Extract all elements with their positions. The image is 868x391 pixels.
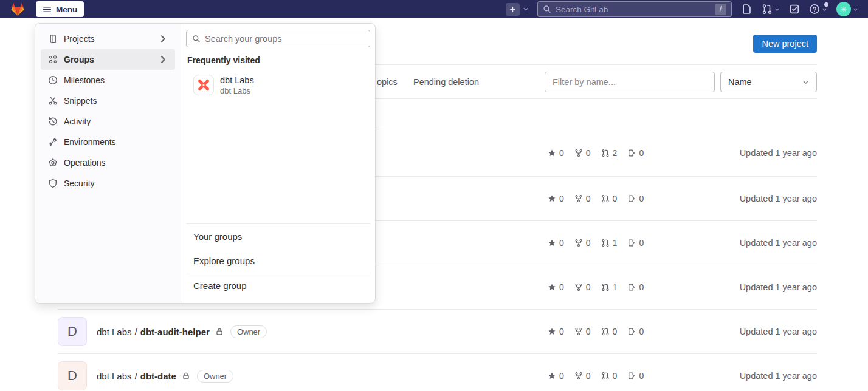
fork-icon	[574, 149, 583, 157]
fork-icon	[574, 239, 583, 247]
star-count[interactable]: 0	[548, 238, 564, 248]
issue-count[interactable]: 0	[627, 282, 644, 292]
menu-item-snippets[interactable]: Snippets	[41, 90, 175, 111]
star-count[interactable]: 0	[548, 371, 564, 381]
groups-search-input[interactable]	[205, 34, 364, 44]
table-row[interactable]: D dbt Labs / dbt-audit-helper Owner 0 0 …	[58, 309, 817, 353]
menu-item-milestones[interactable]: Milestones	[41, 70, 175, 90]
role-badge: Owner	[230, 325, 267, 338]
project-namespace[interactable]: dbt Labs	[97, 327, 132, 337]
sort-dropdown[interactable]: Name	[720, 72, 817, 92]
todos-button[interactable]	[789, 4, 800, 15]
fork-count[interactable]: 0	[574, 327, 591, 336]
project-name[interactable]: dbt-date	[140, 371, 176, 381]
merge-request-count[interactable]: 1	[601, 238, 618, 248]
merge-request-icon	[601, 239, 610, 247]
fork-count[interactable]: 0	[574, 238, 591, 248]
menu-item-groups[interactable]: Groups	[41, 49, 175, 70]
fork-count[interactable]: 0	[574, 282, 591, 292]
merge-request-count[interactable]: 0	[601, 194, 618, 203]
project-avatar: D	[58, 361, 87, 390]
star-icon	[548, 327, 556, 336]
merge-requests-button[interactable]	[762, 4, 780, 15]
menu-button[interactable]: Menu	[36, 1, 84, 17]
project-avatar: D	[58, 317, 87, 346]
star-count[interactable]: 0	[548, 148, 564, 158]
gitlab-logo-icon[interactable]	[10, 1, 26, 17]
group-subtitle: dbt Labs	[220, 86, 254, 95]
user-menu-button[interactable]: ✳	[836, 2, 858, 16]
updated-timestamp: Updated 1 year ago	[652, 238, 817, 248]
avatar: ✳	[836, 2, 851, 16]
menu-dropdown: Projects Groups Milestones Snippets Acti…	[35, 23, 376, 304]
merge-request-icon	[601, 283, 610, 291]
project-namespace[interactable]: dbt Labs	[97, 371, 132, 381]
merge-request-count[interactable]: 0	[601, 371, 618, 381]
issue-count[interactable]: 0	[627, 194, 644, 203]
table-row[interactable]: D dbt Labs / dbt-date Owner 0 0 0 0 Upda…	[58, 353, 817, 391]
environments-icon	[48, 137, 58, 147]
star-icon	[548, 372, 556, 380]
shield-icon	[48, 178, 58, 188]
chevron-right-icon	[158, 34, 168, 44]
groups-search[interactable]	[186, 30, 370, 47]
group-title: dbt Labs	[220, 75, 254, 85]
chevron-down-icon	[853, 7, 858, 12]
issue-icon	[627, 283, 636, 291]
divider	[186, 223, 370, 224]
menu-item-projects[interactable]: Projects	[41, 29, 175, 49]
issue-icon	[627, 372, 636, 380]
menu-button-label: Menu	[56, 5, 77, 14]
namespace-separator: /	[135, 327, 137, 337]
merge-request-count[interactable]: 1	[601, 282, 618, 292]
create-group-link[interactable]: Create group	[186, 275, 370, 296]
lock-icon	[215, 327, 224, 336]
menu-item-security[interactable]: Security	[41, 173, 175, 194]
plus-icon	[506, 3, 520, 16]
new-project-button[interactable]: New project	[753, 35, 817, 53]
issue-count[interactable]: 0	[627, 327, 644, 336]
star-icon	[548, 149, 556, 157]
issue-count[interactable]: 0	[627, 238, 644, 248]
menu-item-environments[interactable]: Environments	[41, 132, 175, 152]
menu-dropdown-left-panel: Projects Groups Milestones Snippets Acti…	[35, 24, 181, 303]
chevron-down-icon	[802, 79, 809, 86]
updated-timestamp: Updated 1 year ago	[652, 194, 817, 203]
issues-button[interactable]	[742, 4, 753, 15]
help-icon	[809, 4, 820, 15]
search-input[interactable]	[556, 5, 711, 14]
project-icon	[48, 34, 58, 44]
groups-flyout-panel: Frequently visited dbt Labs dbt Labs You…	[181, 24, 375, 303]
issue-icon	[627, 239, 636, 247]
help-menu-button[interactable]	[809, 4, 827, 15]
project-name[interactable]: dbt-audit-helper	[140, 327, 210, 337]
star-icon	[548, 194, 556, 203]
frequent-group-dbt-labs[interactable]: dbt Labs dbt Labs	[187, 73, 369, 97]
menu-item-activity[interactable]: Activity	[41, 111, 175, 132]
search-icon	[543, 5, 551, 13]
tab-topics[interactable]: opics	[377, 65, 398, 99]
your-groups-link[interactable]: Your groups	[186, 226, 370, 246]
issue-count[interactable]: 0	[627, 148, 644, 158]
notification-dot	[824, 2, 828, 7]
merge-request-icon	[601, 149, 610, 157]
explore-groups-link[interactable]: Explore groups	[186, 250, 370, 271]
top-navbar: Menu / ✳	[0, 0, 868, 18]
filter-by-name-input[interactable]	[545, 72, 715, 92]
activity-history-icon	[48, 117, 58, 126]
global-search[interactable]: /	[537, 1, 732, 17]
star-count[interactable]: 0	[548, 194, 564, 203]
issue-count[interactable]: 0	[627, 371, 644, 381]
fork-count[interactable]: 0	[574, 194, 591, 203]
menu-item-operations[interactable]: Operations	[41, 152, 175, 173]
new-menu-button[interactable]	[506, 3, 529, 16]
star-count[interactable]: 0	[548, 282, 564, 292]
fork-count[interactable]: 0	[574, 148, 591, 158]
merge-request-count[interactable]: 0	[601, 327, 618, 336]
tab-pending-deletion[interactable]: Pending deletion	[413, 65, 479, 99]
chevron-down-icon	[523, 6, 529, 12]
flyout-spacer	[186, 97, 370, 223]
star-count[interactable]: 0	[548, 327, 564, 336]
fork-count[interactable]: 0	[574, 371, 591, 381]
merge-request-count[interactable]: 2	[601, 148, 618, 158]
